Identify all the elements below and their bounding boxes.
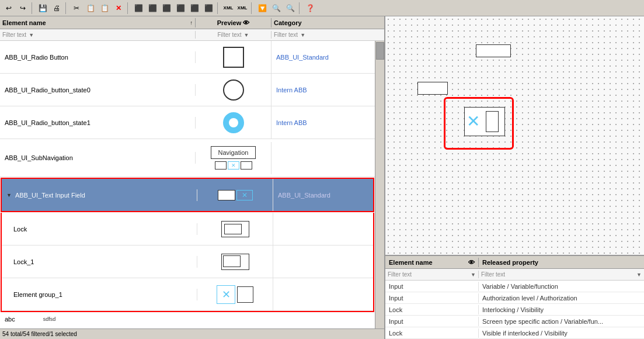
elem-group-preview: ✕ [217,285,253,304]
props-filter-name-text: Filter text [388,271,412,278]
sep2 [65,2,68,14]
row-category [273,292,373,297]
right-panel: ✕ Element name 👁 Released property Filte… [385,16,644,339]
navigation-preview: Navigation [211,146,256,159]
row-preview [197,245,273,278]
filter-name-icon[interactable]: ▼ [29,32,34,38]
filter-preview-icon[interactable]: ▼ [244,32,249,38]
props-filter-row: Filter text ▼ Filter text ▼ [385,269,644,281]
subnav-boxes: ✕ [215,161,252,170]
text-input-preview [218,190,253,200]
print-button[interactable]: 🖨 [50,2,63,15]
filter-button[interactable]: 🔽 [256,2,269,15]
filter-name-text: Filter text [2,32,26,38]
sdsd-label: sdfsd [43,316,56,322]
props-row-released: Interlocking / Visibility [479,305,644,314]
filter-name-cell: Filter text ▼ [0,31,196,39]
x-big-preview: ✕ [217,285,235,304]
category-text: Intern ABB [276,119,307,126]
tool2-button[interactable]: ⬛ [146,2,159,15]
collapse-arrow-icon[interactable]: ▼ [6,192,12,198]
props-row-released: Variable / Variable/function [479,282,644,291]
row-name: ▼ ABB_UI_Text Input Field [2,189,197,201]
table-row[interactable]: ABB_UI_Radio_button_state0 Intern ABB [0,74,375,106]
expanded-group: Lock Lock_1 [1,213,374,312]
subnav-x-box: ✕ [228,161,239,170]
table-row[interactable]: ABB_UI_Radio Button ABB_UI_Standard [0,41,375,74]
table-row[interactable]: ABB_UI_SubNavigation Navigation ✕ [0,139,375,177]
filter-category-icon[interactable]: ▼ [300,32,305,38]
lock1-preview [221,254,249,270]
table-row-lock1[interactable]: Lock_1 [2,245,373,278]
element-name-label: Element name [2,19,46,26]
copy-button[interactable]: 📋 [84,2,97,15]
sep3 [127,2,130,14]
delete-button[interactable]: ✕ [112,2,125,15]
props-filter-name-icon[interactable]: ▼ [471,272,476,278]
props-header: Element name 👁 Released property [385,256,644,269]
cut-button[interactable]: ✂ [70,2,83,15]
props-row[interactable]: Lock Visible if interlocked / Visibility [385,327,644,339]
box-outline-preview [218,190,235,200]
table-body[interactable]: ABB_UI_Radio Button ABB_UI_Standard ABB_… [0,41,375,328]
xml1-button[interactable]: XML [222,2,235,15]
eye-icon[interactable]: 👁 [243,19,249,26]
table-row-elem-group[interactable]: Element group_1 ✕ [2,278,373,311]
element-name-text: ABB_UI_Radio_button_state0 [5,87,90,94]
scroll-thumb[interactable] [376,42,384,60]
props-row[interactable]: Input Screen type specific action / Vari… [385,316,644,327]
tool3-button[interactable]: ⬛ [160,2,173,15]
props-row[interactable]: Input Authorization level / Authorizatio… [385,292,644,304]
lock1-inner [223,255,241,267]
element-name-text: Element group_1 [13,291,62,298]
props-row-name: Lock [385,305,479,314]
props-row[interactable]: Lock Interlocking / Visibility [385,304,644,316]
row-name: ABB_UI_Radio_button_state1 [0,117,196,129]
props-eye-icon[interactable]: 👁 [468,259,475,266]
props-col-name: Element name 👁 [385,258,479,267]
lock-preview [221,221,249,237]
tool1-button[interactable]: ⬛ [132,2,145,15]
filter-category-cell: Filter text ▼ [271,31,384,39]
radio-circle-filled-preview [223,112,244,133]
zoom-button[interactable]: 🔍 [284,2,297,15]
save-button[interactable]: 💾 [36,2,49,15]
filter-row: Filter text ▼ Filter text ▼ Filter text … [0,29,384,41]
props-element-name-label: Element name [389,259,433,266]
canvas-small-rect[interactable] [476,44,511,57]
element-name-text: ABB_UI_Radio Button [5,54,68,61]
category-text: Intern ABB [276,87,307,94]
row-name: ABB_UI_SubNavigation [0,152,196,164]
filter-preview-text: Filter text [217,32,241,38]
props-filter-released-text: Filter text [481,271,505,278]
table-row-lock[interactable]: Lock [2,213,373,245]
props-row-released: Visible if interlocked / Visibility [479,328,644,338]
canvas-medium-rect[interactable] [417,82,448,95]
subnav-box2 [241,161,252,170]
table-header: Element name ↑ Preview 👁 Category [0,16,384,29]
help-button[interactable]: ❓ [304,2,316,15]
vertical-scrollbar[interactable] [375,41,384,328]
row-preview [197,179,273,211]
search-button[interactable]: 🔍 [270,2,283,15]
table-row[interactable]: ABB_UI_Radio_button_state1 Intern ABB [0,106,375,139]
row-name: Lock_1 [2,256,197,268]
row-category: Intern ABB [271,117,375,129]
tool4-button[interactable]: ⬛ [174,2,187,15]
row-name: Element group_1 [2,289,197,300]
sort-icon[interactable]: ↑ [190,20,193,26]
element-name-text: ABB_UI_SubNavigation [5,154,73,161]
props-filter-released-icon[interactable]: ▼ [636,272,642,278]
redo-button[interactable]: ↪ [16,2,29,15]
props-row[interactable]: Input Variable / Variable/function [385,281,644,292]
props-row-released: Screen type specific action / Variable/f… [479,317,644,326]
tool6-button[interactable]: ⬛ [202,2,215,15]
tool5-button[interactable]: ⬛ [188,2,201,15]
table-row-selected[interactable]: ▼ ABB_UI_Text Input Field ABB_UI_Standar… [1,178,374,212]
canvas-inner-content-box[interactable]: ✕ [464,107,505,136]
paste-button[interactable]: 📋 [98,2,111,15]
canvas-area[interactable]: ✕ [385,16,644,256]
row-preview [197,213,273,245]
undo-button[interactable]: ↩ [2,2,15,15]
xml2-button[interactable]: XML [236,2,249,15]
